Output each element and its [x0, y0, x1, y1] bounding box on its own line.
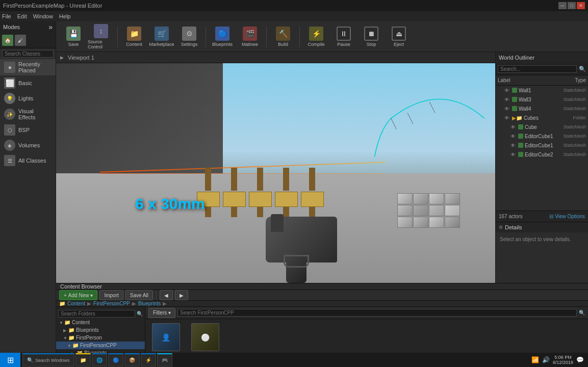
- place-mode-icon[interactable]: 🏠: [2, 35, 13, 46]
- window-controls: ─ □ ✕: [558, 2, 585, 9]
- close-button[interactable]: ✕: [577, 2, 585, 9]
- modes-header: Modes »: [0, 21, 56, 33]
- tree-item-blueprints[interactable]: ▶ 📁 Blueprints: [56, 326, 145, 334]
- notification-icon[interactable]: 💬: [576, 356, 584, 363]
- modes-panel: Modes » 🏠 🖌 ★ Recently Placed ⬜ Basic 💡 …: [0, 21, 56, 367]
- outliner-item[interactable]: 👁 Cube StaticMesh: [496, 122, 588, 132]
- nav-forward-button[interactable]: ▶: [175, 290, 188, 300]
- ammo-counter: 6 x 30mm: [135, 195, 205, 213]
- content-button[interactable]: 📁 Content: [121, 23, 147, 50]
- app-title: FirstPersonExampleMap - Unreal Editor: [3, 3, 558, 9]
- volume-icon[interactable]: 🔊: [542, 356, 550, 363]
- taskbar-app-explorer[interactable]: 📁: [75, 353, 91, 366]
- viewport[interactable]: ▶ Viewport 1: [56, 52, 495, 283]
- start-button[interactable]: ⊞: [0, 353, 20, 367]
- taskbar-app-search[interactable]: 🔍 Search Windows: [22, 353, 74, 366]
- tree-item-content[interactable]: ▼ 📁 Content: [56, 319, 145, 326]
- taskbar-app-chrome[interactable]: 🔵: [108, 353, 123, 366]
- search-icon: 🔍: [579, 66, 586, 72]
- taskbar-app-unreal[interactable]: 🎮: [157, 353, 172, 366]
- pause-button[interactable]: ⏸ Pause: [330, 23, 357, 50]
- folder-icon: 📁: [64, 320, 70, 325]
- outliner-columns: Label Type: [496, 75, 588, 86]
- menu-window[interactable]: Window: [33, 13, 53, 19]
- outliner-list: 👁 Wall1 StaticMesh 👁 Wall3 StaticMesh 👁: [496, 86, 588, 211]
- mode-volumes[interactable]: ◈ Volumes: [0, 138, 56, 153]
- mode-bsp[interactable]: ⬡ BSP: [0, 122, 56, 138]
- menu-help[interactable]: Help: [59, 13, 71, 19]
- gun-model: [255, 171, 357, 283]
- mode-lights[interactable]: 💡 Lights: [0, 91, 56, 106]
- search-classes-input[interactable]: [2, 50, 54, 58]
- matinee-button[interactable]: 🎬 Matinee: [237, 23, 263, 50]
- asset-thumbnail: 👤: [152, 323, 180, 351]
- breadcrumb-content[interactable]: Content: [67, 301, 85, 306]
- import-button[interactable]: Import: [99, 290, 123, 300]
- content-browser-header: Content Browser: [56, 283, 588, 290]
- tree-item-firstpersoncpp[interactable]: ▼ 📁 FirstPersonCPP: [56, 342, 145, 349]
- save-button[interactable]: 💾 Save: [60, 23, 87, 50]
- cb-separator: [156, 291, 157, 300]
- outliner-item[interactable]: 👁 Wall3 StaticMesh: [496, 95, 588, 104]
- mode-basic[interactable]: ⬜ Basic: [0, 75, 56, 91]
- taskbar-app-epic[interactable]: ⚡: [141, 353, 156, 366]
- source-control-button[interactable]: ↕ Source Control: [88, 23, 114, 50]
- mode-recently-placed[interactable]: ★ Recently Placed: [0, 59, 56, 75]
- eject-button[interactable]: ⏏ Eject: [386, 23, 412, 50]
- viewport-canvas[interactable]: 6 x 30mm: [56, 63, 495, 283]
- maximize-button[interactable]: □: [568, 2, 576, 9]
- save-all-button[interactable]: Save All: [125, 290, 153, 300]
- view-options-button[interactable]: ⊟ View Options: [549, 214, 585, 219]
- folder-search-input[interactable]: [58, 310, 135, 318]
- target-2: [223, 168, 246, 217]
- outliner-search-input[interactable]: [498, 65, 577, 73]
- modes-expand-icon[interactable]: »: [48, 23, 53, 31]
- system-clock[interactable]: 5:06 PM 6/12/2018: [553, 355, 573, 365]
- paint-mode-icon[interactable]: 🖌: [15, 35, 26, 46]
- breadcrumb-blueprints[interactable]: Blueprints: [138, 301, 161, 306]
- taskbar-system-tray: 📶 🔊 5:06 PM 6/12/2018 💬: [527, 355, 588, 365]
- outliner-item[interactable]: 👁 Wall1 StaticMesh: [496, 86, 588, 95]
- modes-title: Modes: [3, 24, 20, 30]
- trajectory-arc: [364, 74, 495, 185]
- settings-button[interactable]: ⚙ Settings: [176, 23, 202, 50]
- add-new-button[interactable]: + Add New ▾: [59, 290, 97, 300]
- content-area: 💾 Save ↕ Source Control 📁 Content 🛒 Mark…: [56, 21, 588, 367]
- taskbar-apps: 🔍 Search Windows 📁 🌐 🔵 📦 ⚡ 🎮: [20, 353, 527, 366]
- outliner-item[interactable]: 👁 EditorCube1 StaticMesh: [496, 141, 588, 150]
- svg-line-1: [407, 113, 413, 124]
- taskbar-app-edge[interactable]: 🌐: [92, 353, 107, 366]
- outliner-item[interactable]: 👁 Wall4 StaticMesh: [496, 104, 588, 113]
- marketplace-button[interactable]: 🛒 Marketplace: [148, 23, 175, 50]
- menu-edit[interactable]: Edit: [17, 13, 27, 19]
- stop-button[interactable]: ⏹ Stop: [358, 23, 385, 50]
- minimize-button[interactable]: ─: [558, 2, 567, 9]
- content-search-input[interactable]: [177, 309, 577, 317]
- build-button[interactable]: 🔨 Build: [270, 23, 296, 50]
- folder-icon: 📁: [72, 343, 79, 348]
- blueprints-button[interactable]: 🔵 Blueprints: [209, 23, 236, 50]
- filters-button[interactable]: Filters ▾: [148, 308, 175, 318]
- tree-item-firstperson[interactable]: ▼ 📁 FirstPerson: [56, 334, 145, 342]
- search-icon: 🔍: [137, 311, 143, 317]
- breadcrumb-firstpersoncpp[interactable]: FirstPersonCPP: [93, 301, 130, 306]
- menu-file[interactable]: File: [2, 13, 11, 19]
- title-bar: FirstPersonExampleMap - Unreal Editor ─ …: [0, 0, 588, 11]
- compile-button[interactable]: ⚡ Compile: [303, 23, 329, 50]
- content-filter-bar: Filters ▾ 🔍: [145, 307, 588, 319]
- mode-visual-effects[interactable]: ✨ Visual Effects: [0, 106, 56, 122]
- toolbar-separator-3: [266, 27, 267, 47]
- taskbar-app-virtualbox[interactable]: 📦: [124, 353, 140, 366]
- search-icon: 🔍: [579, 310, 585, 316]
- outliner-item[interactable]: 👁 EditorCube2 StaticMesh: [496, 150, 588, 159]
- folder-icon: ▶📁: [512, 115, 522, 121]
- mode-all-classes[interactable]: ☰ All Classes: [0, 153, 56, 168]
- actor-count-label: 167 actors: [499, 214, 523, 219]
- stone-blocks: [397, 193, 460, 228]
- folder-search: 🔍: [56, 309, 145, 319]
- outliner-folder-cubes[interactable]: 👁 ▶📁 Cubes Folder: [496, 113, 588, 122]
- network-icon[interactable]: 📶: [531, 356, 539, 363]
- taskbar: ⊞ 🔍 Search Windows 📁 🌐 🔵 📦 ⚡ 🎮 📶 🔊 5:06 …: [0, 353, 588, 367]
- outliner-item[interactable]: 👁 EditorCube1 StaticMesh: [496, 132, 588, 141]
- nav-back-button[interactable]: ◀: [160, 290, 173, 300]
